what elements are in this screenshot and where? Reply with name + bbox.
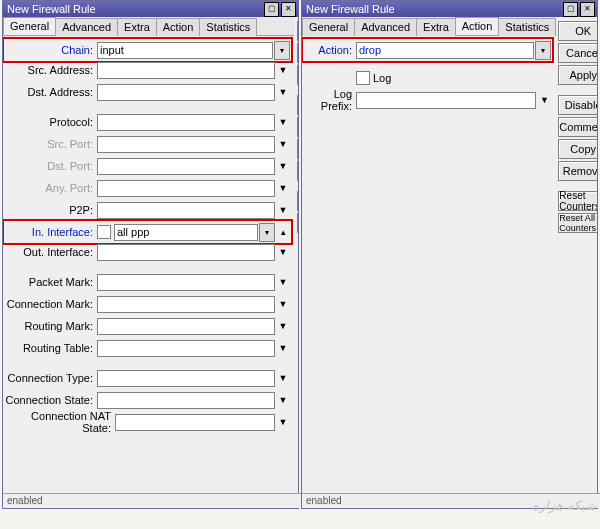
- expand-icon[interactable]: ▼: [276, 392, 290, 409]
- expand-icon[interactable]: ▼: [537, 92, 551, 109]
- expand-icon[interactable]: ▼: [276, 414, 290, 431]
- protocol-label: Protocol:: [5, 116, 97, 128]
- expand-icon[interactable]: ▼: [276, 62, 290, 79]
- in-interface-label: In. Interface:: [5, 226, 97, 238]
- p2p-label: P2P:: [5, 204, 97, 216]
- action-dropdown-icon[interactable]: ▾: [535, 41, 551, 60]
- expand-icon[interactable]: ▼: [276, 84, 290, 101]
- comment-button[interactable]: Comment: [297, 117, 298, 137]
- ok-button[interactable]: OK: [297, 21, 298, 41]
- minimize-icon[interactable]: ▢: [264, 2, 279, 17]
- reset-counters-button[interactable]: Reset Counters: [558, 191, 597, 211]
- any-port-label: Any. Port:: [5, 182, 97, 194]
- copy-button[interactable]: Copy: [297, 139, 298, 159]
- tab-action[interactable]: Action: [156, 18, 201, 36]
- tab-general[interactable]: General: [302, 18, 355, 36]
- packet-mark-input[interactable]: [97, 274, 275, 291]
- dst-address-input[interactable]: [97, 84, 275, 101]
- titlebar[interactable]: New Firewall Rule ▢ ✕: [3, 1, 298, 17]
- disable-button[interactable]: Disable: [558, 95, 597, 115]
- expand-icon[interactable]: ▼: [276, 244, 290, 261]
- tab-advanced[interactable]: Advanced: [55, 18, 118, 36]
- log-checkbox[interactable]: [356, 71, 370, 85]
- status-bar: enabled: [3, 493, 302, 508]
- expand-icon[interactable]: ▼: [276, 318, 290, 335]
- dst-port-input[interactable]: [97, 158, 275, 175]
- routing-mark-input[interactable]: [97, 318, 275, 335]
- reset-counters-button[interactable]: Reset Counters: [297, 191, 298, 211]
- out-interface-input[interactable]: [97, 244, 275, 261]
- close-icon[interactable]: ✕: [281, 2, 296, 17]
- routing-mark-label: Routing Mark:: [5, 320, 97, 332]
- routing-table-input[interactable]: [97, 340, 275, 357]
- reset-all-counters-button[interactable]: Reset All Counters: [297, 213, 298, 233]
- tab-statistics[interactable]: Statistics: [199, 18, 257, 36]
- dst-port-label: Dst. Port:: [5, 160, 97, 172]
- tab-strip: General Advanced Extra Action Statistics: [302, 17, 555, 36]
- in-interface-input[interactable]: [114, 224, 258, 241]
- action-label: Action:: [304, 44, 356, 56]
- tab-advanced[interactable]: Advanced: [354, 18, 417, 36]
- window-title: New Firewall Rule: [5, 3, 262, 15]
- expand-icon[interactable]: ▼: [276, 114, 290, 131]
- apply-button[interactable]: Apply: [558, 65, 597, 85]
- copy-button[interactable]: Copy: [558, 139, 597, 159]
- connection-state-label: Connection State:: [5, 394, 97, 406]
- cancel-button[interactable]: Cancel: [297, 43, 298, 63]
- comment-button[interactable]: Comment: [558, 117, 597, 137]
- connection-nat-state-label: Connection NAT State:: [5, 410, 115, 434]
- expand-icon[interactable]: ▼: [276, 296, 290, 313]
- tab-action[interactable]: Action: [455, 17, 500, 35]
- out-interface-label: Out. Interface:: [5, 246, 97, 258]
- connection-mark-label: Connection Mark:: [5, 298, 97, 310]
- remove-button[interactable]: Remove: [297, 161, 298, 181]
- firewall-rule-window-action: New Firewall Rule ▢ ✕ General Advanced E…: [301, 0, 598, 509]
- log-prefix-input[interactable]: [356, 92, 536, 109]
- minimize-icon[interactable]: ▢: [563, 2, 578, 17]
- expand-icon[interactable]: ▼: [276, 180, 290, 197]
- cancel-button[interactable]: Cancel: [558, 43, 597, 63]
- p2p-input[interactable]: [97, 202, 275, 219]
- firewall-rule-window-general: New Firewall Rule ▢ ✕ General Advanced E…: [2, 0, 299, 509]
- connection-nat-state-input[interactable]: [115, 414, 275, 431]
- src-address-label: Src. Address:: [5, 64, 97, 76]
- connection-state-input[interactable]: [97, 392, 275, 409]
- protocol-input[interactable]: [97, 114, 275, 131]
- ok-button[interactable]: OK: [558, 21, 597, 41]
- log-row: Log: [304, 68, 551, 88]
- apply-button[interactable]: Apply: [297, 65, 298, 85]
- expand-icon[interactable]: ▼: [276, 340, 290, 357]
- close-icon[interactable]: ✕: [580, 2, 595, 17]
- packet-mark-label: Packet Mark:: [5, 276, 97, 288]
- titlebar[interactable]: New Firewall Rule ▢ ✕: [302, 1, 597, 17]
- button-column: OK Cancel Apply Disable Comment Copy Rem…: [294, 17, 298, 508]
- remove-button[interactable]: Remove: [558, 161, 597, 181]
- form-area: Chain: ▾ Src. Address:▼ Dst. Address:▼ P…: [3, 36, 294, 438]
- tab-statistics[interactable]: Statistics: [498, 18, 556, 36]
- reset-all-counters-button[interactable]: Reset All Counters: [558, 213, 597, 233]
- chain-dropdown-icon[interactable]: ▾: [274, 41, 290, 60]
- src-port-label: Src. Port:: [5, 138, 97, 150]
- src-port-input[interactable]: [97, 136, 275, 153]
- expand-icon[interactable]: ▼: [276, 136, 290, 153]
- collapse-icon[interactable]: ▴: [276, 224, 290, 241]
- chain-input[interactable]: [97, 42, 273, 59]
- tab-general[interactable]: General: [3, 17, 56, 35]
- tab-extra[interactable]: Extra: [117, 18, 157, 36]
- disable-button[interactable]: Disable: [297, 95, 298, 115]
- expand-icon[interactable]: ▼: [276, 202, 290, 219]
- expand-icon[interactable]: ▼: [276, 274, 290, 291]
- connection-type-input[interactable]: [97, 370, 275, 387]
- log-label: Log: [373, 72, 391, 84]
- connection-type-label: Connection Type:: [5, 372, 97, 384]
- expand-icon[interactable]: ▼: [276, 158, 290, 175]
- in-interface-dropdown-icon[interactable]: ▾: [259, 223, 275, 242]
- action-input[interactable]: [356, 42, 534, 59]
- tab-extra[interactable]: Extra: [416, 18, 456, 36]
- src-address-input[interactable]: [97, 62, 275, 79]
- connection-mark-input[interactable]: [97, 296, 275, 313]
- in-interface-not-checkbox[interactable]: [97, 225, 111, 239]
- expand-icon[interactable]: ▼: [276, 370, 290, 387]
- routing-table-label: Routing Table:: [5, 342, 97, 354]
- any-port-input[interactable]: [97, 180, 275, 197]
